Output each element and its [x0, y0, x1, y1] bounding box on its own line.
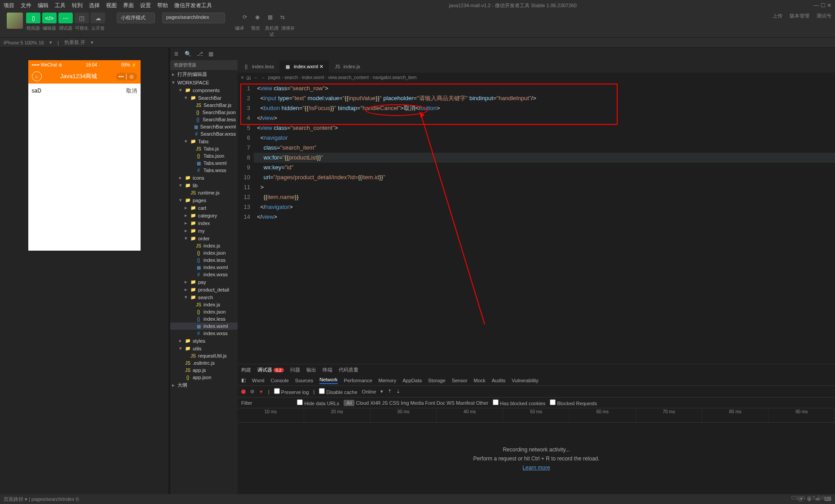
tree-item-index[interactable]: ▸📁index	[170, 219, 238, 227]
menu-文件[interactable]: 文件	[21, 2, 31, 9]
outline-section[interactable]: ▸大纲	[170, 381, 238, 389]
filter-type-XHR[interactable]: XHR	[370, 400, 380, 406]
filter-icon[interactable]: ▼	[259, 389, 264, 394]
menu-编辑[interactable]: 编辑	[38, 2, 49, 9]
code-editor[interactable]: 1234567891011121314 <view class="search_…	[238, 82, 835, 364]
opened-editors-section[interactable]: ▸打开的编辑器	[170, 70, 238, 79]
hide-data-urls-checkbox[interactable]	[297, 399, 303, 405]
tree-item-pay[interactable]: ▸📁pay	[170, 278, 238, 286]
dt2-Console[interactable]: Console	[271, 378, 289, 383]
dt2-Sensor[interactable]: Sensor	[452, 378, 468, 383]
filter-type-Media[interactable]: Media	[411, 400, 424, 406]
tree-item-cart[interactable]: ▸📁cart	[170, 204, 238, 212]
dt2-Network[interactable]: Network	[319, 377, 337, 384]
phone-search-input[interactable]	[32, 88, 123, 94]
menu-转到[interactable]: 转到	[72, 2, 83, 9]
page-select[interactable]: pages/search/index	[162, 13, 225, 23]
filter-type-All[interactable]: All	[344, 400, 354, 406]
tree-item-index.js[interactable]: JSindex.js	[170, 301, 238, 308]
tree-item-styles[interactable]: ▸📁styles	[170, 337, 238, 345]
tree-item-index.wxss[interactable]: #index.wxss	[170, 330, 238, 337]
toolbar-测试号[interactable]: 测试号	[817, 13, 831, 19]
remote-debug-icon[interactable]: ▦	[265, 13, 274, 22]
upload-icon[interactable]: ⇡	[388, 389, 392, 394]
dt1-调试器[interactable]: 调试器 5,2	[257, 367, 284, 373]
dt2-AppData[interactable]: AppData	[402, 378, 422, 383]
tree-item-Tabs.wxss[interactable]: #Tabs.wxss	[170, 167, 238, 174]
tree-item-components[interactable]: ▾📁components	[170, 86, 238, 94]
cloud-toggle[interactable]: ☁	[91, 13, 105, 23]
tree-item-app.json[interactable]: {}app.json	[170, 374, 238, 381]
avatar[interactable]	[7, 13, 23, 29]
menu-项目[interactable]: 项目	[4, 2, 14, 9]
tree-item-SearchBar.js[interactable]: JSSearchBar.js	[170, 102, 238, 109]
menu-选择[interactable]: 选择	[89, 2, 100, 9]
tree-item-app.js[interactable]: JSapp.js	[170, 367, 238, 374]
copy-icon[interactable]: ⎘	[76, 496, 79, 502]
phone-cancel-button[interactable]: 取消	[126, 87, 137, 95]
clear-icon[interactable]: ⊘	[250, 389, 254, 394]
ext-icon[interactable]: ▦	[208, 51, 213, 57]
tree-item-product_detail[interactable]: ▸📁product_detail	[170, 286, 238, 293]
mode-select[interactable]: 小程序模式	[117, 13, 155, 23]
blocked-cookies-checkbox[interactable]	[493, 399, 499, 405]
blocked-requests-checkbox[interactable]	[550, 399, 556, 405]
filter-type-Img[interactable]: Img	[401, 400, 409, 406]
tree-item-lib[interactable]: ▾📁lib	[170, 181, 238, 189]
toolbar-版本管理[interactable]: 版本管理	[790, 13, 809, 19]
tree-item-SearchBar.less[interactable]: {}SearchBar.less	[170, 116, 238, 123]
menu-设置[interactable]: 设置	[140, 2, 151, 9]
filter-type-JS[interactable]: JS	[382, 400, 388, 406]
download-icon[interactable]: ⇣	[396, 389, 400, 394]
dt2-Storage[interactable]: Storage	[428, 378, 446, 383]
devtools-elements-icon[interactable]: ◧	[241, 377, 246, 383]
tree-item-icons[interactable]: ▸📁icons	[170, 174, 238, 181]
tree-item-search[interactable]: ▾📁search	[170, 293, 238, 301]
visual-toggle[interactable]: ◫	[75, 13, 89, 23]
network-filter-bar[interactable]: Filter Hide data URLs All Cloud XHR JS C…	[238, 398, 835, 408]
breadcrumb[interactable]: ≡🕮←→ pages › search › index.wxml › view.…	[238, 73, 835, 82]
filter-type-WS[interactable]: WS	[446, 400, 455, 406]
tree-item-index.less[interactable]: {}index.less	[170, 256, 238, 264]
tree-item-Tabs.js[interactable]: JSTabs.js	[170, 145, 238, 152]
devtools-tabs-secondary[interactable]: ◧ WxmlConsoleSourcesNetworkPerformanceMe…	[238, 375, 835, 386]
tree-item-.eslintrc.js[interactable]: JS.eslintrc.js	[170, 359, 238, 367]
menu-视图[interactable]: 视图	[106, 2, 117, 9]
dt2-Mock[interactable]: Mock	[473, 378, 485, 383]
dt2-Audits[interactable]: Audits	[492, 378, 506, 383]
filter-type-CSS[interactable]: CSS	[389, 400, 399, 406]
tree-item-index.less[interactable]: {}index.less	[170, 315, 238, 323]
dt1-代码质量[interactable]: 代码质量	[339, 367, 358, 373]
filter-type-Doc[interactable]: Doc	[437, 400, 446, 406]
dt1-构建[interactable]: 构建	[241, 367, 251, 373]
dt2-Wxml[interactable]: Wxml	[252, 378, 265, 383]
dt2-Performance[interactable]: Performance	[344, 378, 372, 383]
preview-icon[interactable]: ◉	[253, 13, 262, 22]
menu-微信开发者工具[interactable]: 微信开发者工具	[174, 2, 212, 9]
editor-toggle[interactable]: </>	[42, 13, 57, 23]
tree-item-pages[interactable]: ▾📁pages	[170, 196, 238, 204]
simulator-toggle[interactable]: ▯	[26, 13, 40, 23]
tree-item-order[interactable]: ▾📁order	[170, 234, 238, 242]
tree-item-index.wxml[interactable]: ▦index.wxml	[170, 323, 238, 330]
debugger-toggle[interactable]: ⋯	[58, 13, 73, 23]
dt2-Memory[interactable]: Memory	[379, 378, 397, 383]
tree-item-index.json[interactable]: {}index.json	[170, 308, 238, 315]
explorer-icon[interactable]: 🗎	[174, 51, 179, 57]
menu-工具[interactable]: 工具	[55, 2, 66, 9]
home-icon[interactable]: ⌂	[32, 71, 42, 81]
filter-type-Manifest[interactable]: Manifest	[456, 400, 475, 406]
tab-index.less[interactable]: {}index.less	[238, 60, 279, 73]
tree-item-runtime.js[interactable]: JSruntime.js	[170, 189, 238, 196]
search-icon[interactable]: 🔍	[185, 51, 191, 57]
online-select[interactable]: Online	[362, 389, 376, 394]
disable-cache-checkbox[interactable]	[319, 388, 325, 394]
tree-item-SearchBar.wxss[interactable]: #SearchBar.wxss	[170, 130, 238, 137]
tree-item-category[interactable]: ▸📁category	[170, 212, 238, 219]
toolbar-上传[interactable]: 上传	[773, 13, 782, 19]
device-label[interactable]: iPhone 5 100% 16	[4, 40, 44, 45]
menu-帮助[interactable]: 帮助	[157, 2, 168, 9]
code-lines[interactable]: <view class="search_row"> <input type="t…	[254, 82, 835, 364]
tree-item-utils[interactable]: ▾📁utils	[170, 345, 238, 352]
tree-item-index.json[interactable]: {}index.json	[170, 249, 238, 256]
